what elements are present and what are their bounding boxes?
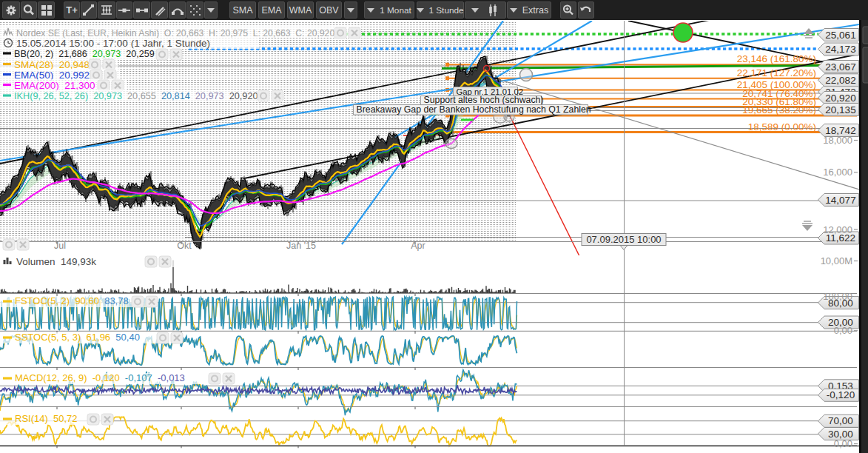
svg-text:07.09.2015 10:00: 07.09.2015 10:00 <box>586 234 661 245</box>
svg-text:20,920: 20,920 <box>825 93 855 104</box>
svg-text:19,665 (38.20%): 19,665 (38.20%) <box>742 104 816 115</box>
svg-text:MACD(12, 26, 9) -0,120 -0,10: MACD(12, 26, 9) -0,120 -0,107 -0,013 <box>15 372 187 383</box>
svg-text:0,00: 0,00 <box>834 438 852 449</box>
svg-text:Nordex SE (Last, EUR, Heikin A: Nordex SE (Last, EUR, Heikin Ashi) O: 20… <box>16 28 334 38</box>
svg-text:FSTOC(5, 2) 90,60 83,78: FSTOC(5, 2) 90,60 83,78 <box>15 295 131 306</box>
svg-text:Jul: Jul <box>54 241 66 251</box>
svg-text:Volumen 149,93k: Volumen 149,93k <box>16 256 96 267</box>
svg-text:Jan '15: Jan '15 <box>286 241 316 251</box>
svg-text:EMA(200) 21,300: EMA(200) 21,300 <box>14 80 95 91</box>
svg-text:23,067: 23,067 <box>825 61 855 73</box>
svg-text:12,000: 12,000 <box>823 224 852 235</box>
svg-text:15.05.2014 15:00 - 17:00 (1 Ja: 15.05.2014 15:00 - 17:00 (1 Jahr, 1 Stun… <box>16 38 210 49</box>
svg-text:SSTOC(5, 5, 3) 61,96 50,40: SSTOC(5, 5, 3) 61,96 50,40 <box>15 332 143 343</box>
svg-text:70,00: 70,00 <box>828 415 853 426</box>
svg-text:Okt: Okt <box>177 241 192 251</box>
svg-text:Breakaway Gap der Banken Hochs: Breakaway Gap der Banken Hochstufung nac… <box>357 104 591 115</box>
svg-text:RSI(14) 50,72: RSI(14) 50,72 <box>15 413 80 424</box>
svg-text:14,077: 14,077 <box>825 195 855 206</box>
svg-text:100,00: 100,00 <box>823 291 852 302</box>
svg-text:10,00M: 10,00M <box>821 255 852 266</box>
svg-text:18,589 (0.00%): 18,589 (0.00%) <box>748 121 816 132</box>
svg-text:BB(20, 2) 21,686 20,973 20,: BB(20, 2) 21,686 20,973 20,259 <box>14 49 155 59</box>
svg-text:Apr: Apr <box>411 241 425 251</box>
svg-text:20,135: 20,135 <box>825 104 855 115</box>
svg-text:18,000: 18,000 <box>823 135 852 146</box>
svg-text:23,146 (161.80%): 23,146 (161.80%) <box>737 53 816 64</box>
svg-text:16,000: 16,000 <box>823 167 852 178</box>
svg-text:25,061: 25,061 <box>825 30 855 41</box>
svg-text:0,00: 0,00 <box>834 325 852 336</box>
svg-text:EMA(50) 20,992: EMA(50) 20,992 <box>14 70 90 81</box>
svg-text:24,173: 24,173 <box>825 44 855 55</box>
svg-text:-0,120: -0,120 <box>827 389 855 400</box>
svg-text:IKH(9, 26, 52, 26) 20,973 20: IKH(9, 26, 52, 26) 20,973 20,655 20,814 … <box>14 91 258 101</box>
svg-text:SMA(28) 20,948: SMA(28) 20,948 <box>14 59 90 70</box>
svg-text:22,171 (127.20%): 22,171 (127.20%) <box>737 67 816 78</box>
svg-text:22,082: 22,082 <box>825 75 855 86</box>
